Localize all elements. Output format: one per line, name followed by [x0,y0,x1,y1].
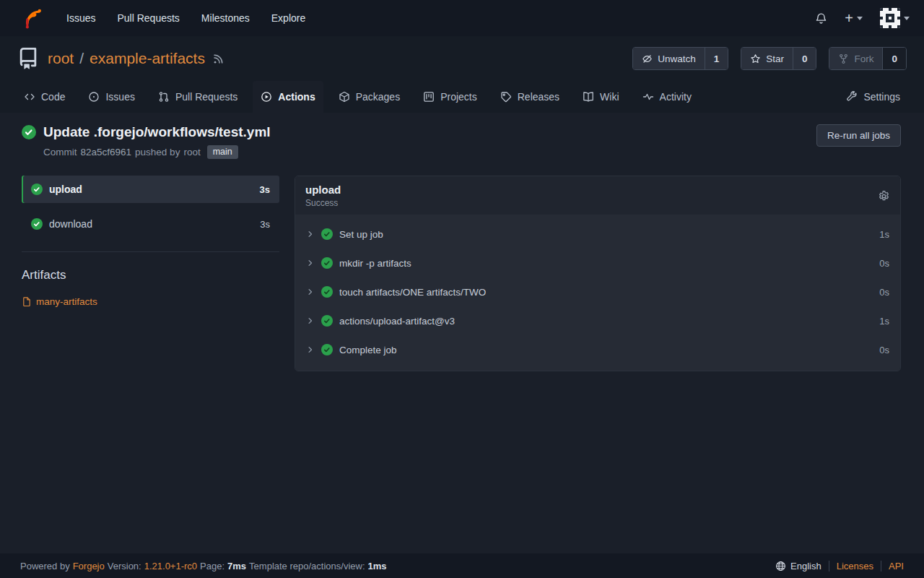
bell-icon [815,12,827,25]
step-name: mkdir -p artifacts [339,258,411,269]
tab-label: Issues [105,91,134,103]
actions-play-icon [261,91,272,103]
licenses-link[interactable]: Licenses [837,561,873,571]
breadcrumb-separator: / [79,50,84,67]
tab-releases[interactable]: Releases [492,81,567,113]
step-duration: 1s [879,229,889,240]
chevron-right-icon[interactable] [306,316,315,325]
chevron-right-icon[interactable] [306,288,315,296]
chevron-right-icon[interactable] [306,345,315,354]
artifact-name: many-artifacts [36,296,97,307]
language-picker[interactable]: English [775,561,821,571]
rerun-all-jobs-button[interactable]: Re-run all jobs [816,124,901,147]
job-steps-list: Set up job 1s mkdir -p artifacts 0s touc… [295,215,900,371]
nav-link-pull-requests[interactable]: Pull Requests [117,12,179,24]
run-title: Update .forgejo/workflows/test.yml [43,124,271,140]
fork-label: Fork [854,53,873,64]
unwatch-button[interactable]: Unwatch 1 [632,47,728,70]
tab-label: Releases [518,91,559,103]
api-link[interactable]: API [889,561,904,571]
repo-tabs: Code Issues Pull Requests Actions P [0,81,924,113]
watch-count[interactable]: 1 [705,48,728,69]
tab-activity[interactable]: Activity [635,81,699,113]
tab-issues[interactable]: Issues [80,81,142,113]
nav-link-milestones[interactable]: Milestones [201,12,250,24]
success-check-icon [321,286,333,298]
user-menu-button[interactable] [880,8,910,28]
tab-label: Activity [660,91,692,103]
forgejo-logo-icon[interactable] [20,7,42,29]
tools-icon [846,91,858,103]
tab-label: Settings [863,91,900,103]
success-check-icon [321,315,333,327]
fork-button[interactable]: Fork 0 [829,47,907,70]
tab-label: Wiki [600,91,619,103]
repo-actions: Unwatch 1 Star 0 [632,47,907,70]
footer-info: Powered by Forgejo Version: 1.21.0+1-rc0… [20,561,387,571]
step-row-setup-job[interactable]: Set up job 1s [295,220,900,249]
unwatch-label: Unwatch [658,53,696,64]
file-icon [22,296,32,307]
tab-pull-requests[interactable]: Pull Requests [150,81,245,113]
tab-actions[interactable]: Actions [253,81,323,113]
globe-icon [775,561,786,571]
issue-icon [88,91,100,103]
tab-wiki[interactable]: Wiki [575,81,627,113]
job-duration: 3s [260,219,270,230]
job-detail-status: Success [305,198,341,208]
forgejo-link[interactable]: Forgejo [73,561,105,571]
tab-label: Code [41,91,65,103]
star-count[interactable]: 0 [793,48,816,69]
tag-icon [500,91,512,103]
tab-settings[interactable]: Settings [838,81,908,113]
fork-icon [838,53,849,64]
step-row-complete-job[interactable]: Complete job 0s [295,335,900,364]
tab-code[interactable]: Code [16,81,73,113]
version-link[interactable]: 1.21.0+1-rc0 [144,561,197,571]
repo-owner-link[interactable]: root [48,50,74,67]
template-time-value: 1ms [368,561,387,571]
step-row-touch-artifacts[interactable]: touch artifacts/ONE artifacts/TWO 0s [295,277,900,306]
gear-icon[interactable] [878,190,890,202]
chevron-down-icon [857,17,863,20]
step-row-upload-artifact[interactable]: actions/upload-artifact@v3 1s [295,306,900,335]
create-new-dropdown-button[interactable]: + [845,11,863,25]
tab-projects[interactable]: Projects [415,81,485,113]
tab-packages[interactable]: Packages [331,81,408,113]
star-label: Star [766,53,784,64]
step-row-mkdir[interactable]: mkdir -p artifacts 0s [295,249,900,277]
success-check-icon [321,257,333,269]
branch-badge[interactable]: main [207,145,238,159]
success-check-icon [31,184,43,195]
job-detail-name: upload [305,184,341,196]
tab-label: Projects [440,91,477,103]
success-check-icon [321,344,333,355]
repo-breadcrumb: root / example-artifacts [48,50,205,67]
job-item-upload[interactable]: upload 3s [22,176,279,203]
tab-label: Packages [356,91,400,103]
book-icon [583,91,594,103]
star-button[interactable]: Star 0 [741,47,816,70]
nav-link-explore[interactable]: Explore [271,12,305,24]
code-icon [24,91,35,103]
repo-name-link[interactable]: example-artifacts [90,50,205,67]
chevron-right-icon[interactable] [306,259,315,267]
divider [829,561,829,571]
project-board-icon [423,91,435,103]
fork-count[interactable]: 0 [882,48,906,69]
notifications-bell-button[interactable] [815,12,827,25]
chevron-right-icon[interactable] [306,230,315,238]
job-item-download[interactable]: download 3s [22,210,279,238]
step-duration: 0s [879,345,889,355]
top-navbar: Issues Pull Requests Milestones Explore … [0,0,924,36]
artifact-link-many-artifacts[interactable]: many-artifacts [22,296,97,307]
page-time-label: Page: [200,561,225,571]
commit-sha-link[interactable]: 82a5cf6961 [81,147,132,158]
step-name: Set up job [339,229,383,240]
nav-link-issues[interactable]: Issues [66,12,95,24]
commit-label: Commit [43,147,77,158]
repo-icon [17,48,39,69]
rss-icon[interactable] [212,53,225,65]
footer-links: English Licenses API [775,561,904,571]
package-icon [339,91,350,103]
